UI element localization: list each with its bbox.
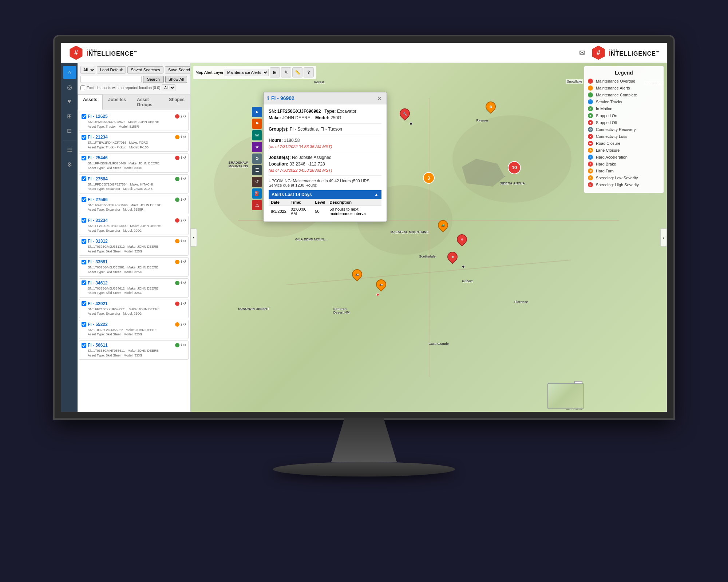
asset-checkbox[interactable] [82,280,86,285]
popup-close-button[interactable]: ✕ [376,95,383,102]
info-icon[interactable]: ℹ [181,198,182,202]
asset-checkbox[interactable] [82,239,86,244]
info-icon[interactable]: ℹ [181,302,182,306]
popup-action-navigate[interactable]: ➤ [252,107,262,117]
asset-checkbox[interactable] [82,322,86,327]
save-search-button[interactable]: Save Search [165,66,190,73]
show-all-button[interactable]: Show All [165,76,187,83]
history-icon[interactable]: ↺ [183,343,186,347]
popup-action-history[interactable]: ↺ [252,177,262,187]
asset-checkbox[interactable] [82,218,86,223]
map-marker-2[interactable]: ⊕ [486,101,496,112]
map-expand-left[interactable]: ‹ [190,228,197,247]
info-icon[interactable]: ℹ [181,156,182,160]
info-icon[interactable]: ℹ [181,114,182,119]
map-expand-right[interactable]: › [660,228,667,247]
popup-action-fuel[interactable]: ⛽ [252,188,262,199]
map-btn-share[interactable]: ⇪ [304,67,314,77]
history-icon[interactable]: ↺ [183,114,186,119]
history-icon[interactable]: ↺ [183,239,186,243]
sidebar-item-list[interactable]: ☰ [63,143,76,156]
asset-checkbox[interactable] [82,114,86,119]
cluster-marker-10[interactable]: 10 [508,161,521,174]
sidebar-item-truck[interactable]: ⊟ [63,124,76,137]
sidebar-item-layers[interactable]: ⊞ [63,109,76,123]
info-icon[interactable]: ℹ [181,239,182,243]
asset-checkbox[interactable] [82,301,86,306]
info-icon[interactable]: ℹ [181,177,182,181]
info-icon[interactable]: ℹ [181,322,182,327]
tab-jobsites[interactable]: Jobsites [103,95,131,110]
asset-checkbox[interactable] [82,135,86,140]
sidebar-item-home[interactable]: ⌂ [63,66,76,79]
load-default-button[interactable]: Load Default [97,66,126,73]
tab-asset-groups[interactable]: Asset Groups [131,95,163,110]
map-alert-select[interactable]: Maintenance Alerts [225,69,269,76]
asset-checkbox[interactable] [82,260,86,264]
asset-checkbox[interactable] [82,197,86,202]
popup-action-email[interactable]: ✉ [252,130,262,140]
history-icon[interactable]: ↺ [183,156,186,160]
list-item[interactable]: FI - 25446 ℹ ↺ SN:1FF4S5GMLIF325448 Make… [79,153,189,172]
saved-searches-button[interactable]: Saved Searches [127,66,163,73]
history-icon[interactable]: ↺ [183,177,186,181]
popup-action-star[interactable]: ★ [252,142,262,152]
map-marker-6[interactable]: 🚛 [352,269,362,279]
info-icon[interactable]: ℹ [181,281,182,285]
exclude-checkbox[interactable] [80,85,85,90]
tab-shapes[interactable]: Shapes [163,95,190,110]
list-item[interactable]: FI - 12625 ℹ ↺ SN:1RW6155RXA012625 Make:… [79,112,189,131]
email-icon[interactable]: ✉ [579,48,585,57]
asset-checkbox[interactable] [82,156,86,160]
popup-action-settings[interactable]: ⚙ [252,154,262,164]
info-icon[interactable]: ℹ [181,260,182,264]
popup-action-list[interactable]: ☰ [252,165,262,175]
list-item[interactable]: FI - 42921 ℹ ↺ SN:1FF2100XXHF542921 Make… [79,299,189,318]
popup-action-alert2[interactable]: ⚠ [252,200,262,210]
sidebar-item-heart[interactable]: ♥ [63,95,76,108]
sidebar-item-settings[interactable]: ⚙ [63,158,76,171]
sidebar-item-map[interactable]: ◎ [63,80,76,93]
list-item[interactable]: FI - 31234 ℹ ↺ SN:1FF2100X0TH4613000 Mak… [79,216,189,235]
history-icon[interactable]: ↺ [183,218,186,223]
map-btn-edit[interactable]: ✎ [281,67,291,77]
col-time: Time: [289,199,313,206]
list-item[interactable]: FI - 56611 ℹ ↺ SN:1T0333GMHF056611 Make:… [79,340,189,360]
history-icon[interactable]: ↺ [183,281,186,285]
cluster-marker-3[interactable]: 3 [423,172,435,184]
search-input[interactable] [80,76,142,83]
map-marker-4[interactable]: ⊗ [457,234,467,244]
history-icon[interactable]: ↺ [183,198,186,202]
info-icon[interactable]: ℹ [181,218,182,223]
list-item[interactable]: FI - 27564 ℹ ↺ SN:1FFDCS71DGF327564 Make… [79,174,189,194]
info-icon[interactable]: ℹ [181,135,182,139]
list-item[interactable]: FI - 34612 ℹ ↺ SN:1T0325GMJIJ334612 Make… [79,278,189,298]
map-area[interactable]: Forest Prescott Payson BRADSHAWMOUNTAINS… [190,63,667,412]
map-btn-measure[interactable]: 📏 [292,67,302,77]
map-marker-1[interactable]: 🔧 [400,108,410,119]
list-item[interactable]: FI - 27566 ℹ ↺ SN:1RW6155RTGA027566 Make… [79,195,189,214]
popup-scroll-area[interactable]: Date Time: Level Description [269,199,381,217]
map-btn-layers[interactable]: ⊞ [270,67,280,77]
exclude-select[interactable]: All [162,84,175,91]
list-item[interactable]: FI - 31312 ℹ ↺ SN:1T0325GMJIJ331312 Make… [79,236,189,256]
history-icon[interactable]: ↺ [183,302,186,306]
map-marker-5[interactable]: ⊗ [447,252,458,262]
history-icon[interactable]: ↺ [183,260,186,264]
search-button[interactable]: Search [143,76,164,83]
map-marker-7[interactable]: 🚛 [376,279,386,290]
popup-action-alert[interactable]: ⚑ [252,119,262,129]
tab-assets[interactable]: Assets [78,95,103,110]
list-item[interactable]: FI - 21234 ℹ ↺ SN:1FTEW1PD4KCF7016 Make:… [79,132,189,152]
list-item[interactable]: FI - 33581 ℹ ↺ SN:1T0325GMJIJ333581 Make… [79,257,189,276]
info-icon[interactable]: ℹ [181,343,182,347]
list-item[interactable]: FI - 55222 ℹ ↺ SN:1T0325GMJI355222 Make:… [79,320,189,339]
asset-checkbox[interactable] [82,343,86,348]
history-icon[interactable]: ↺ [183,322,186,327]
popup-alerts-collapse[interactable]: ▲ [374,192,379,197]
asset-checkbox[interactable] [82,176,86,181]
filter-select[interactable]: All [80,66,95,74]
map-marker-3[interactable]: 🚜 [438,220,448,230]
legend-dot-service [588,99,593,104]
history-icon[interactable]: ↺ [183,135,186,139]
